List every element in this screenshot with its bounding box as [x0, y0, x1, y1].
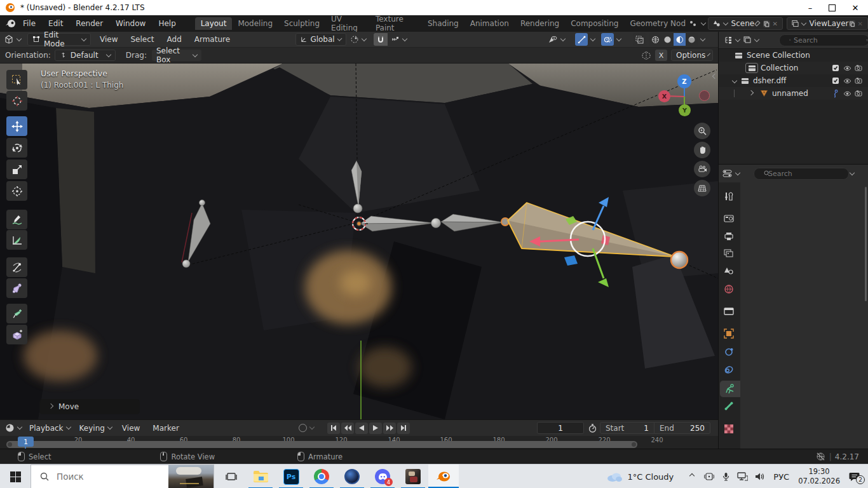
- viewport-menu-add[interactable]: Add: [161, 35, 188, 44]
- tab-output[interactable]: [724, 232, 734, 241]
- menu-edit[interactable]: Edit: [42, 19, 69, 28]
- tool-extrude-to-cursor[interactable]: [6, 325, 27, 344]
- tool-measure[interactable]: [6, 230, 27, 250]
- pose-mode-icon[interactable]: [830, 89, 841, 98]
- viewport-menu-select[interactable]: Select: [124, 35, 160, 44]
- snap-toggle-button[interactable]: [374, 33, 388, 46]
- taskbar-file-explorer[interactable]: [245, 464, 276, 488]
- taskbar-blender-active[interactable]: [428, 464, 459, 488]
- timeline-menu-view[interactable]: View: [116, 424, 146, 433]
- overlays-toggle[interactable]: [601, 33, 614, 46]
- view-layer-selector[interactable]: ViewLayer ✕: [787, 17, 868, 30]
- pin-icon[interactable]: [754, 20, 761, 27]
- outliner-search-input[interactable]: [779, 34, 868, 46]
- timeline-editor-type-button[interactable]: [5, 423, 22, 433]
- scene-selector[interactable]: Scene ✕: [708, 17, 783, 30]
- workspace-tab-texture-paint[interactable]: Texture Paint: [370, 13, 422, 34]
- copy-icon[interactable]: [763, 20, 770, 27]
- operator-panel-move[interactable]: Move: [39, 399, 140, 414]
- clock[interactable]: 19:30 07.02.2026: [798, 467, 840, 486]
- xray-toggle[interactable]: [633, 33, 646, 46]
- weather-label[interactable]: 1°C Cloudy: [627, 472, 674, 482]
- viewport-menu-armature[interactable]: Armature: [188, 35, 236, 44]
- timeline-ruler[interactable]: 20 40 60 80 100 120 140 160 180 200 220 …: [0, 436, 718, 449]
- tab-scene[interactable]: [724, 266, 734, 275]
- auto-keying-toggle[interactable]: [299, 424, 314, 432]
- tool-annotate[interactable]: [6, 210, 27, 229]
- volume-icon[interactable]: [755, 472, 765, 481]
- tool-select-box[interactable]: [6, 70, 27, 90]
- shading-solid-button[interactable]: [661, 33, 674, 46]
- workspace-tab-animation[interactable]: Animation: [465, 17, 515, 30]
- taskbar-photoshop[interactable]: Ps: [276, 464, 306, 488]
- disable-render-icon[interactable]: [853, 76, 864, 85]
- shading-rendered-button[interactable]: [686, 33, 698, 46]
- tab-world[interactable]: [724, 284, 734, 294]
- current-frame-field[interactable]: 1: [537, 422, 584, 434]
- nav-axis-z[interactable]: Z: [677, 74, 691, 88]
- play-reverse-button[interactable]: [355, 423, 368, 434]
- workspace-tab-rendering[interactable]: Rendering: [515, 17, 565, 30]
- tab-constraints[interactable]: [724, 365, 734, 375]
- outliner-row-scene-collection[interactable]: [732, 50, 865, 62]
- start-frame-field[interactable]: Start 1: [600, 422, 654, 434]
- nav-axis-y[interactable]: Y: [679, 104, 691, 116]
- drag-mode-dropdown[interactable]: Select Box: [152, 50, 201, 61]
- checkbox-icon[interactable]: [830, 64, 841, 72]
- unlink-icon[interactable]: ✕: [773, 20, 778, 27]
- taskbar-discord[interactable]: 4: [367, 464, 398, 488]
- close-button[interactable]: ✕: [843, 0, 868, 15]
- minimize-button[interactable]: –: [799, 0, 821, 15]
- tab-collection[interactable]: [724, 307, 734, 315]
- transform-orientation-dropdown[interactable]: Global: [295, 33, 346, 46]
- menu-render[interactable]: Render: [69, 19, 109, 28]
- notification-center-button[interactable]: 2: [849, 471, 860, 482]
- maximize-button[interactable]: [821, 0, 843, 15]
- search-weather-thumbnail[interactable]: [168, 465, 214, 488]
- properties-options-chevron[interactable]: [850, 170, 855, 175]
- properties-scrollbar[interactable]: [865, 187, 867, 301]
- expand-chevron-icon[interactable]: [749, 90, 754, 95]
- tool-roll[interactable]: [6, 257, 27, 277]
- end-frame-field[interactable]: End 250: [654, 422, 710, 434]
- nav-axis-x-negative[interactable]: [699, 90, 710, 101]
- add-workspace-icon[interactable]: [688, 20, 705, 27]
- tab-texture[interactable]: [724, 424, 734, 434]
- show-object-types-dropdown[interactable]: [548, 36, 565, 44]
- hide-eye-icon[interactable]: [841, 64, 853, 72]
- tab-object-data-active[interactable]: [720, 381, 740, 397]
- shading-material-button[interactable]: [674, 33, 686, 46]
- copy-icon[interactable]: [849, 20, 855, 27]
- outliner-row-collection[interactable]: Collection: [719, 62, 868, 74]
- checkbox-icon[interactable]: [830, 76, 841, 85]
- pivot-point-dropdown[interactable]: [350, 35, 366, 44]
- tool-transform[interactable]: [6, 181, 27, 201]
- workspace-tab-uv-editing[interactable]: UV Editing: [325, 13, 370, 34]
- tool-rotate[interactable]: [6, 138, 27, 158]
- taskbar-browser-app[interactable]: [337, 464, 367, 488]
- next-keyframe-button[interactable]: [383, 423, 396, 434]
- mirror-x-button[interactable]: X: [655, 50, 667, 61]
- camera-view-button[interactable]: [694, 161, 710, 177]
- workspace-tab-modeling[interactable]: Modeling: [232, 17, 278, 30]
- tab-view-layer[interactable]: [724, 249, 734, 258]
- disable-render-icon[interactable]: [853, 89, 864, 98]
- perspective-toggle-button[interactable]: [694, 180, 710, 196]
- play-button[interactable]: [369, 423, 382, 434]
- scrollbar-handle-right[interactable]: [632, 442, 636, 447]
- use-preview-range-button[interactable]: [588, 424, 597, 433]
- task-view-button[interactable]: [216, 464, 247, 488]
- pan-button[interactable]: [694, 142, 710, 158]
- viewport-menu-view[interactable]: View: [93, 35, 124, 44]
- tab-object[interactable]: [724, 329, 734, 339]
- outliner-display-mode-button[interactable]: [743, 36, 759, 44]
- blender-logo-icon[interactable]: [5, 19, 17, 28]
- remove-icon[interactable]: ✕: [858, 20, 863, 27]
- snap-target-dropdown[interactable]: [388, 33, 410, 46]
- timeline-menu-marker[interactable]: Marker: [146, 424, 185, 433]
- shading-wireframe-button[interactable]: [649, 33, 661, 46]
- workspace-tab-geometry-nodes[interactable]: Geometry Node: [624, 17, 686, 30]
- tool-scale[interactable]: [6, 159, 27, 179]
- previous-keyframe-button[interactable]: [341, 423, 354, 434]
- tool-extrude[interactable]: [6, 304, 27, 323]
